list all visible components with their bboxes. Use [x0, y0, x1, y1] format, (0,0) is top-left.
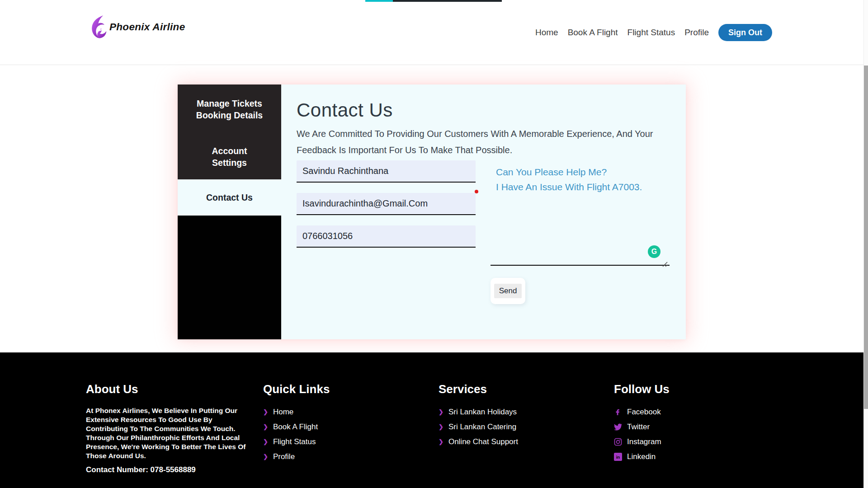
- footer-link-home[interactable]: ❯Home: [263, 408, 318, 416]
- phoenix-logo-icon: [88, 14, 109, 41]
- scrollbar-track[interactable]: [863, 0, 868, 488]
- footer-quick-links-list: ❯Home ❯Book A Flight ❯Flight Status ❯Pro…: [263, 408, 318, 467]
- logo-text: Phoenix Airline: [109, 21, 185, 33]
- footer-social-list: Facebook Twitter Instagram in: [614, 408, 661, 467]
- footer-link-sri-lankan-holidays[interactable]: ❯Sri Lankan Holidays: [439, 408, 518, 416]
- facebook-icon: [614, 408, 622, 416]
- scrollbar-thumb[interactable]: [864, 66, 868, 409]
- footer-link-book-a-flight[interactable]: ❯Book A Flight: [263, 422, 318, 431]
- contact-card: Manage Tickets Booking Details Account S…: [178, 84, 686, 339]
- footer-about-text: At Phonex Airlines, We Believe In Puttin…: [86, 406, 253, 460]
- footer-link-facebook[interactable]: Facebook: [614, 408, 661, 416]
- sidebar: Manage Tickets Booking Details Account S…: [178, 84, 281, 339]
- footer-contact-number: Contact Number: 078-5568889: [86, 465, 253, 474]
- grammarly-icon[interactable]: G: [648, 245, 660, 258]
- contact-form-fields: [297, 160, 476, 258]
- message-textarea[interactable]: Can You Please Help Me? I Have An Issue …: [491, 160, 670, 266]
- sidebar-item-account-settings[interactable]: Account Settings: [178, 145, 281, 169]
- svg-text:in: in: [616, 455, 620, 460]
- nav-profile[interactable]: Profile: [684, 28, 709, 38]
- chevron-right-icon: ❯: [263, 423, 268, 430]
- page-subtitle: We Are Committed To Providing Our Custom…: [297, 126, 658, 158]
- nav-book-a-flight[interactable]: Book A Flight: [568, 28, 618, 38]
- page-title: Contact Us: [297, 99, 686, 121]
- linkedin-icon: in: [614, 453, 622, 461]
- main-nav: Home Book A Flight Flight Status Profile…: [535, 0, 772, 65]
- footer-services-heading: Services: [439, 382, 487, 396]
- footer: About Us At Phonex Airlines, We Believe …: [0, 352, 868, 488]
- sidebar-filler: [178, 216, 281, 339]
- footer-link-twitter[interactable]: Twitter: [614, 422, 661, 431]
- footer-link-linkedin[interactable]: in Linkedin: [614, 452, 661, 461]
- footer-quick-links-heading: Quick Links: [263, 382, 330, 396]
- recording-dot-icon: [475, 190, 478, 193]
- page-progress-dark: [393, 0, 502, 2]
- sidebar-item-contact-us[interactable]: Contact Us: [178, 179, 281, 216]
- instagram-icon: [614, 438, 622, 446]
- contact-panel: Contact Us We Are Committed To Providing…: [281, 84, 686, 339]
- chevron-right-icon: ❯: [439, 423, 443, 430]
- nav-home[interactable]: Home: [535, 28, 558, 38]
- top-navbar: Phoenix Airline Home Book A Flight Fligh…: [0, 0, 863, 65]
- footer-link-sri-lankan-catering[interactable]: ❯Sri Lankan Catering: [439, 422, 518, 431]
- page-progress-cyan: [365, 0, 393, 2]
- footer-services-list: ❯Sri Lankan Holidays ❯Sri Lankan Caterin…: [439, 408, 518, 452]
- send-button-container: Send: [491, 278, 525, 304]
- chevron-right-icon: ❯: [263, 453, 268, 460]
- logo[interactable]: Phoenix Airline: [88, 14, 185, 41]
- chevron-right-icon: ❯: [263, 408, 268, 415]
- twitter-icon: [614, 423, 622, 431]
- textarea-resize-handle-icon[interactable]: [661, 261, 668, 267]
- chevron-right-icon: ❯: [439, 438, 443, 445]
- name-input[interactable]: [297, 160, 476, 183]
- footer-link-instagram[interactable]: Instagram: [614, 437, 661, 446]
- chevron-right-icon: ❯: [439, 408, 443, 415]
- footer-link-profile[interactable]: ❯Profile: [263, 452, 318, 461]
- footer-follow-heading: Follow Us: [614, 382, 670, 396]
- sidebar-dark-block: Manage Tickets Booking Details Account S…: [178, 84, 281, 179]
- sidebar-item-manage-tickets[interactable]: Manage Tickets Booking Details: [178, 98, 281, 121]
- sign-out-button[interactable]: Sign Out: [718, 24, 772, 41]
- send-button[interactable]: Send: [494, 284, 522, 298]
- chevron-right-icon: ❯: [263, 438, 268, 445]
- footer-link-flight-status[interactable]: ❯Flight Status: [263, 437, 318, 446]
- phone-input[interactable]: [297, 225, 476, 248]
- email-input[interactable]: [297, 193, 476, 215]
- footer-link-online-chat-support[interactable]: ❯Online Chat Support: [439, 437, 518, 446]
- nav-flight-status[interactable]: Flight Status: [627, 28, 675, 38]
- footer-about-heading: About Us: [86, 382, 138, 396]
